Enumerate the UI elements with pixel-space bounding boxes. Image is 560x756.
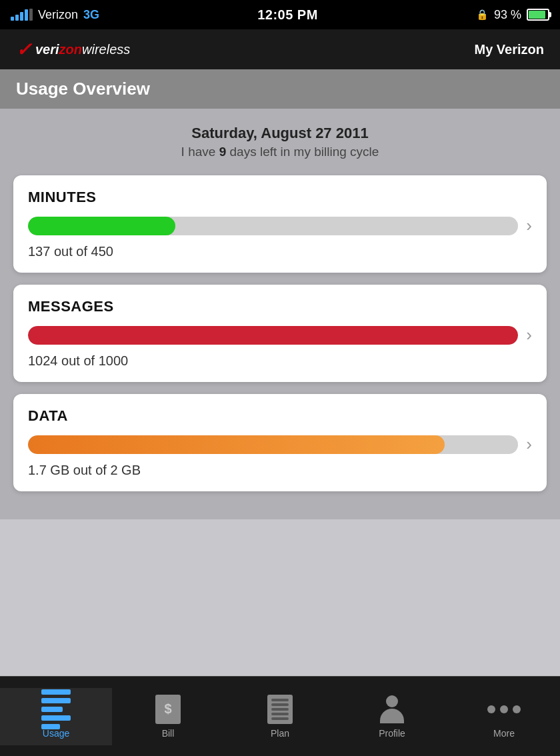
messages-progress-row: › (28, 325, 532, 345)
usage-icon (41, 695, 71, 724)
tab-bar: Usage Bill Plan Profile (0, 676, 560, 756)
data-title: DATA (28, 407, 532, 425)
minutes-progress-track (28, 217, 518, 235)
minutes-progress-fill (28, 217, 175, 235)
data-progress-fill (28, 435, 445, 454)
more-icon (489, 695, 519, 724)
minutes-progress-row: › (28, 215, 532, 236)
tab-bill-label: Bill (162, 728, 175, 739)
date-display: Saturday, August 27 2011 (13, 125, 547, 142)
battery-icon (527, 9, 549, 21)
messages-chevron-icon: › (526, 325, 532, 345)
tab-bill[interactable]: Bill (112, 688, 224, 745)
verizon-logo: ✓ verizonwireless (16, 39, 130, 61)
time-display: 12:05 PM (257, 7, 318, 23)
nav-bar: ✓ verizonwireless My Verizon (0, 29, 560, 69)
page-header: Usage Overview (0, 69, 560, 109)
data-card[interactable]: DATA › 1.7 GB out of 2 GB (13, 394, 547, 491)
network-label: 3G (83, 8, 99, 22)
tab-profile[interactable]: Profile (336, 688, 448, 745)
data-progress-row: › (28, 434, 532, 455)
plan-icon (265, 695, 295, 724)
carrier-label: Verizon (38, 8, 78, 22)
battery-fill (529, 11, 545, 19)
status-left: Verizon 3G (11, 8, 99, 22)
lock-icon: 🔒 (476, 9, 489, 21)
data-usage-text: 1.7 GB out of 2 GB (28, 463, 532, 478)
status-bar: Verizon 3G 12:05 PM 🔒 93 % (0, 0, 560, 29)
messages-progress-fill (28, 326, 518, 345)
tab-plan-label: Plan (271, 728, 289, 739)
billing-cycle-text: I have 9 days left in my billing cycle (13, 145, 547, 159)
bill-icon (153, 695, 183, 724)
page-title: Usage Overview (16, 79, 150, 99)
tab-more[interactable]: More (448, 688, 560, 745)
battery-pct: 93 % (494, 8, 521, 22)
messages-usage-text: 1024 out of 1000 (28, 353, 532, 369)
tab-plan[interactable]: Plan (224, 688, 336, 745)
logo-brand-text: verizonwireless (35, 42, 130, 57)
tab-usage-label: Usage (43, 728, 69, 739)
signal-bars (11, 9, 33, 21)
messages-progress-track (28, 326, 518, 345)
minutes-card[interactable]: MINUTES › 137 out of 450 (13, 175, 547, 273)
days-left: 9 (219, 145, 227, 159)
data-progress-track (28, 435, 518, 454)
profile-icon (377, 695, 407, 724)
date-section: Saturday, August 27 2011 I have 9 days l… (13, 125, 547, 159)
minutes-usage-text: 137 out of 450 (28, 244, 532, 259)
content-area: Saturday, August 27 2011 I have 9 days l… (0, 109, 560, 519)
tab-profile-label: Profile (379, 728, 405, 739)
messages-title: MESSAGES (28, 298, 532, 315)
tab-more-label: More (493, 728, 515, 739)
my-verizon-label[interactable]: My Verizon (475, 42, 544, 57)
verizon-checkmark: ✓ (16, 39, 31, 61)
minutes-title: MINUTES (28, 189, 532, 206)
minutes-chevron-icon: › (526, 215, 532, 236)
messages-card[interactable]: MESSAGES › 1024 out of 1000 (13, 285, 547, 382)
data-chevron-icon: › (526, 434, 532, 455)
status-right: 🔒 93 % (476, 8, 549, 22)
logo-text-area: verizonwireless (35, 42, 130, 57)
tab-usage[interactable]: Usage (0, 688, 112, 745)
